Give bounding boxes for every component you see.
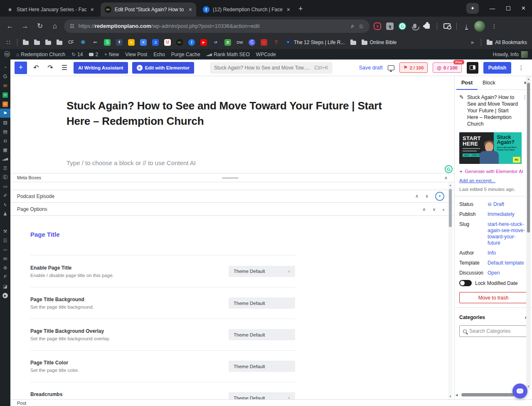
bookmark-item[interactable]: ✦ The 12 Steps | Life R... xyxy=(285,39,345,46)
move-down-icon[interactable]: ∨ xyxy=(425,193,429,199)
howdy-account-menu[interactable]: Howdy, Info xyxy=(493,51,528,58)
pocket-extension-icon[interactable]: v xyxy=(373,22,382,31)
grammarly-floating-icon[interactable]: G xyxy=(445,165,453,173)
browser-tab[interactable]: RC Edit Post “Stuck Again? How to See an… xyxy=(101,2,196,17)
categories-search-box[interactable] xyxy=(459,325,527,337)
site-info-icon[interactable]: ☷ xyxy=(70,23,74,29)
tab-post[interactable]: Post xyxy=(456,76,478,90)
admin-menu-item[interactable]: ◘ xyxy=(0,136,10,145)
tab-close-icon[interactable]: × xyxy=(286,6,291,13)
purge-cache-menu[interactable]: Purge Cache xyxy=(171,52,200,57)
content-ai-badge[interactable]: @0 / 100Free xyxy=(433,62,461,73)
bookmark-item[interactable]: RC xyxy=(176,39,183,46)
new-tab-button[interactable]: + xyxy=(298,5,303,13)
bookmark-item[interactable]: C xyxy=(249,39,255,46)
bookmark-item[interactable]: ∷ xyxy=(5,39,12,46)
admin-menu-item[interactable]: ▶ xyxy=(0,291,10,300)
wordpress-logo-icon[interactable]: Ⓦ xyxy=(4,51,10,58)
bookmark-item[interactable] xyxy=(23,40,29,45)
meta-boxes-collapse-icon[interactable]: ∧ xyxy=(444,175,448,181)
bookmark-item[interactable] xyxy=(57,40,62,45)
option-select[interactable]: Theme Default xyxy=(229,329,295,340)
tab-search-icon[interactable] xyxy=(442,22,451,31)
bookmark-star-icon[interactable]: ☆ xyxy=(358,23,364,30)
lock-modified-date-toggle[interactable] xyxy=(459,280,472,286)
browser-tab[interactable]: ✳ Start Here January Series - Facebook × xyxy=(2,2,98,17)
move-up-icon[interactable]: ∧ xyxy=(422,207,426,212)
post-title-field[interactable]: Stuck Again? How to See and Move Toward … xyxy=(66,98,382,129)
bookmark-item[interactable] xyxy=(350,40,356,45)
site-name-menu[interactable]: ⌂Redemption Church xyxy=(16,52,65,57)
maximize-button[interactable]: ☐ xyxy=(506,5,511,12)
bookmark-item[interactable]: gloo xyxy=(92,39,99,46)
list-view-button[interactable]: ☰ xyxy=(59,64,69,72)
option-select[interactable]: Theme Default xyxy=(229,297,295,309)
admin-menu-item[interactable]: ♟ xyxy=(0,209,10,218)
zoom-icon[interactable]: ⌕ xyxy=(351,22,355,30)
admin-menu-item[interactable]: ✐ xyxy=(0,191,10,200)
bookmark-item[interactable]: f xyxy=(188,39,195,46)
home-button[interactable]: ⌂ xyxy=(49,22,61,30)
admin-menu-item[interactable]: ▤ xyxy=(0,127,10,136)
bookmark-item[interactable]: S xyxy=(104,39,111,46)
back-button[interactable]: ← xyxy=(4,22,16,30)
forward-button[interactable]: → xyxy=(19,22,31,30)
redo-button[interactable]: ↷ xyxy=(45,64,55,72)
resize-handle[interactable] xyxy=(222,177,239,179)
admin-menu-item[interactable]: ⚑ xyxy=(0,109,10,118)
admin-menu-item[interactable]: UI xyxy=(0,90,10,99)
bookmark-item[interactable]: DW xyxy=(236,39,243,46)
admin-menu-item[interactable]: ⚒ xyxy=(0,227,10,236)
admin-menu-item[interactable]: ▭ xyxy=(0,182,10,191)
admin-menu-item[interactable]: ▦ xyxy=(0,145,10,154)
option-select[interactable]: Theme Default ∨ xyxy=(229,266,295,277)
scroll-left-arrow[interactable]: ◀ xyxy=(456,394,458,397)
bookmark-item[interactable]: ▶ xyxy=(200,39,207,46)
admin-menu-item[interactable]: ▂▄▆ xyxy=(0,154,10,163)
sidebar-scrollbar[interactable]: ▴ ▾ xyxy=(526,76,531,389)
bookmark-item[interactable]: M xyxy=(164,39,171,46)
bookmark-item[interactable]: ? xyxy=(273,39,279,46)
move-up-icon[interactable]: ∧ xyxy=(415,193,419,199)
add-excerpt-link[interactable]: Add an excerpt... xyxy=(459,178,527,183)
bookmark-item[interactable]: ∩ xyxy=(261,39,267,46)
setting-value[interactable]: ⊖Draft xyxy=(488,201,527,208)
setting-value[interactable]: start-here-stuck-again-see-move-toward-y… xyxy=(488,221,527,246)
rank-math-menu[interactable]: ▂▄▆Rank Math SEO xyxy=(207,52,250,57)
meta-boxes-bar[interactable]: Meta Boxes ∧ xyxy=(10,173,454,182)
admin-menu-item[interactable]: </> xyxy=(0,245,10,254)
admin-menu-item[interactable]: ☰ xyxy=(0,163,10,173)
scroll-down-arrow[interactable]: ▾ xyxy=(526,385,531,388)
move-down-icon[interactable]: ∨ xyxy=(432,207,436,212)
admin-menu-item[interactable]: ◪ xyxy=(0,282,10,291)
updates-menu[interactable]: ↻14 xyxy=(71,52,83,57)
scroll-up-arrow[interactable]: ▴ xyxy=(526,77,531,81)
extensions-puzzle-icon[interactable] xyxy=(423,22,432,31)
admin-menu-item[interactable]: ☲ xyxy=(0,236,10,245)
undo-button[interactable]: ↶ xyxy=(31,64,41,72)
bookmark-item[interactable] xyxy=(34,40,40,45)
admin-menu-item[interactable]: ◔ xyxy=(0,63,10,72)
browser-tab[interactable]: f (12) Redemption Church | Facebook × xyxy=(199,2,294,17)
collapse-panel-icon[interactable]: ▴ xyxy=(442,207,444,211)
wpcode-menu[interactable]: WPCode xyxy=(256,52,276,57)
scrollbar-thumb[interactable] xyxy=(527,83,530,233)
bookmark-item[interactable]: Online Bible xyxy=(362,40,397,45)
admin-menu-item[interactable]: ⚙ xyxy=(0,263,10,272)
admin-menu-item[interactable]: Ⓔ xyxy=(0,173,10,182)
bookmark-item[interactable]: ✦ xyxy=(128,39,135,46)
profile-avatar[interactable] xyxy=(474,21,485,32)
echo-menu[interactable]: Echo xyxy=(153,52,165,57)
podcast-episode-panel[interactable]: Podcast Episode ∧ ∨ ▾ xyxy=(10,190,454,203)
seo-score-badge[interactable]: ⚑2 / 100 xyxy=(399,62,428,73)
option-select[interactable]: Theme Default ∨ xyxy=(229,392,295,399)
chat-widget-button[interactable]: ⋯ xyxy=(512,384,527,399)
setting-value[interactable]: Default template xyxy=(488,260,527,266)
bookmark-item[interactable]: 3 xyxy=(152,39,159,46)
bookmark-item[interactable]: All Bookmarks xyxy=(487,40,527,45)
scroll-up-arrow[interactable]: ▴ xyxy=(448,183,453,187)
move-to-trash-button[interactable]: Move to trash xyxy=(459,292,527,303)
search-categories-input[interactable] xyxy=(469,328,519,334)
new-content-menu[interactable]: +New xyxy=(104,52,119,57)
bookmark-item[interactable] xyxy=(481,39,481,46)
